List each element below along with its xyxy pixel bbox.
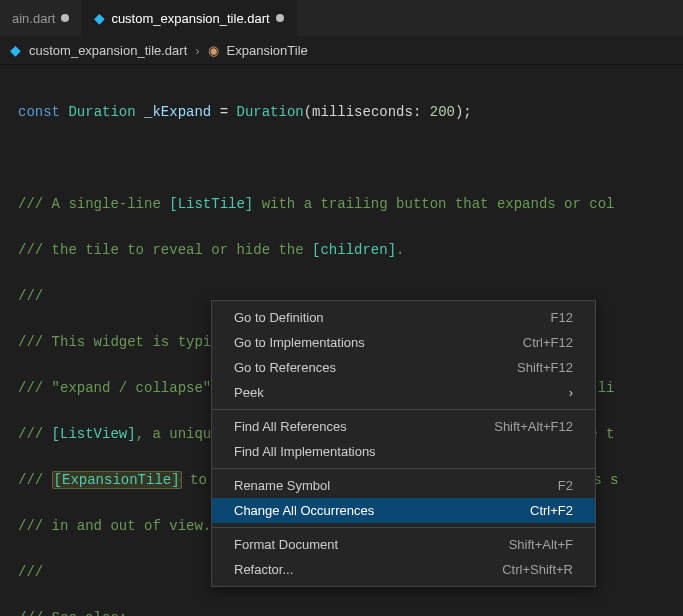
- menu-item-label: Go to Definition: [234, 310, 324, 325]
- code-param: milliseconds: [312, 104, 413, 120]
- doc-comment: ///: [18, 288, 43, 304]
- menu-shortcut: Ctrl+F2: [530, 503, 573, 518]
- doc-comment: .: [396, 242, 404, 258]
- doc-comment: /// the tile to reveal or hide the: [18, 242, 312, 258]
- doc-comment: /// in and out of view.: [18, 518, 211, 534]
- breadcrumb-symbol[interactable]: ExpansionTile: [227, 43, 308, 58]
- menu-item-find-all-references[interactable]: Find All ReferencesShift+Alt+F12: [212, 414, 595, 439]
- doc-comment: /// A single-line: [18, 196, 169, 212]
- menu-item-format-document[interactable]: Format DocumentShift+Alt+F: [212, 532, 595, 557]
- menu-item-label: Format Document: [234, 537, 338, 552]
- menu-item-label: Go to Implementations: [234, 335, 365, 350]
- doc-link: [children]: [312, 242, 396, 258]
- code-text: );: [455, 104, 472, 120]
- dart-file-icon: ◆: [94, 10, 105, 26]
- menu-item-find-all-implementations[interactable]: Find All Implementations: [212, 439, 595, 464]
- menu-item-go-to-implementations[interactable]: Go to ImplementationsCtrl+F12: [212, 330, 595, 355]
- menu-shortcut: Ctrl+F12: [523, 335, 573, 350]
- menu-shortcut: Shift+F12: [517, 360, 573, 375]
- menu-item-label: Find All Implementations: [234, 444, 376, 459]
- menu-shortcut: F12: [551, 310, 573, 325]
- menu-item-label: Go to References: [234, 360, 336, 375]
- tab-custom-expansion-tile[interactable]: ◆ custom_expansion_tile.dart: [82, 0, 296, 36]
- code-type: Duration: [236, 104, 303, 120]
- doc-link: [ListView]: [52, 426, 136, 442]
- menu-item-peek[interactable]: Peek›: [212, 380, 595, 405]
- doc-link-highlighted: [ExpansionTile]: [52, 471, 182, 489]
- breadcrumb-file[interactable]: custom_expansion_tile.dart: [29, 43, 187, 58]
- menu-item-go-to-definition[interactable]: Go to DefinitionF12: [212, 305, 595, 330]
- dart-file-icon: ◆: [10, 42, 21, 58]
- menu-item-change-all-occurrences[interactable]: Change All OccurrencesCtrl+F2: [212, 498, 595, 523]
- menu-shortcut: Shift+Alt+F12: [494, 419, 573, 434]
- chevron-right-icon: ›: [569, 386, 573, 400]
- menu-separator: [212, 468, 595, 469]
- menu-item-label: Rename Symbol: [234, 478, 330, 493]
- doc-comment: /// See also:: [18, 610, 127, 616]
- menu-shortcut: Shift+Alt+F: [509, 537, 573, 552]
- code-number: 200: [430, 104, 455, 120]
- context-menu: Go to DefinitionF12Go to Implementations…: [211, 300, 596, 587]
- code-type: Duration: [68, 104, 135, 120]
- menu-item-label: Change All Occurrences: [234, 503, 374, 518]
- breadcrumb: ◆ custom_expansion_tile.dart › ◉ Expansi…: [0, 36, 683, 64]
- menu-item-refactor[interactable]: Refactor...Ctrl+Shift+R: [212, 557, 595, 582]
- menu-separator: [212, 409, 595, 410]
- doc-comment: ///: [18, 564, 43, 580]
- menu-item-label: Peek: [234, 385, 264, 400]
- tab-ain-dart[interactable]: ain.dart: [0, 0, 82, 36]
- menu-item-label: Refactor...: [234, 562, 293, 577]
- chevron-right-icon: ›: [195, 43, 199, 58]
- code-text: =: [211, 104, 236, 120]
- code-keyword: const: [18, 104, 60, 120]
- menu-shortcut: F2: [558, 478, 573, 493]
- class-icon: ◉: [208, 43, 219, 58]
- tab-label: ain.dart: [12, 11, 55, 26]
- doc-comment: ///: [18, 472, 52, 488]
- modified-dot-icon: [276, 14, 284, 22]
- code-identifier: _kExpand: [144, 104, 211, 120]
- doc-comment: ///: [18, 426, 52, 442]
- menu-separator: [212, 527, 595, 528]
- menu-item-label: Find All References: [234, 419, 347, 434]
- menu-shortcut: Ctrl+Shift+R: [502, 562, 573, 577]
- tab-bar: ain.dart ◆ custom_expansion_tile.dart: [0, 0, 683, 36]
- modified-dot-icon: [61, 14, 69, 22]
- menu-item-go-to-references[interactable]: Go to ReferencesShift+F12: [212, 355, 595, 380]
- menu-item-rename-symbol[interactable]: Rename SymbolF2: [212, 473, 595, 498]
- doc-link: [ListTile]: [169, 196, 253, 212]
- tab-label: custom_expansion_tile.dart: [111, 11, 269, 26]
- doc-comment: with a trailing button that expands or c…: [253, 196, 614, 212]
- code-text: :: [413, 104, 430, 120]
